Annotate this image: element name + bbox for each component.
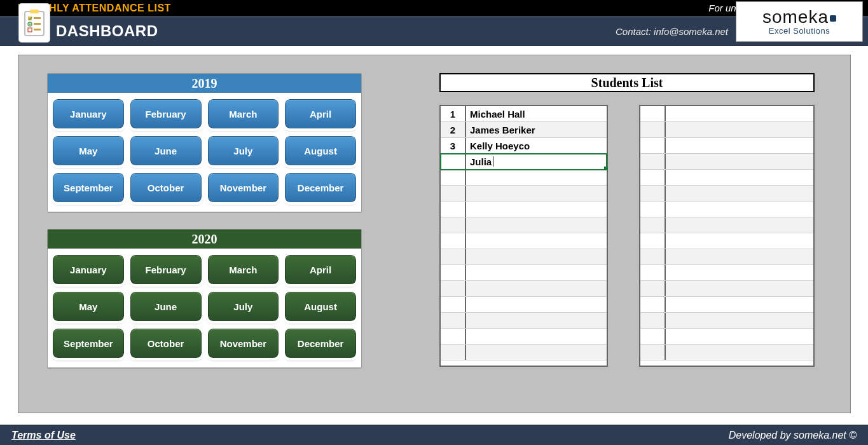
table-row[interactable]: Julia	[441, 154, 607, 170]
logo-subtitle: Excel Solutions	[769, 26, 830, 36]
student-name-cell[interactable]	[666, 122, 813, 137]
month-button-2020-august[interactable]: August	[285, 292, 356, 321]
table-row[interactable]	[640, 297, 813, 313]
brand-logo[interactable]: someka Excel Solutions	[736, 1, 863, 42]
table-row[interactable]	[640, 186, 813, 202]
student-name-cell[interactable]	[466, 217, 607, 233]
student-name-cell[interactable]	[466, 265, 607, 280]
table-row[interactable]	[640, 106, 813, 122]
month-button-2020-december[interactable]: December	[285, 329, 356, 358]
month-button-2020-april[interactable]: April	[285, 255, 356, 284]
table-row[interactable]	[441, 297, 607, 313]
month-button-2019-september[interactable]: September	[53, 173, 124, 202]
student-name-cell[interactable]	[466, 345, 607, 360]
student-name-cell[interactable]	[666, 313, 813, 328]
student-name-cell[interactable]	[466, 297, 607, 312]
svg-rect-1	[30, 10, 39, 13]
table-row[interactable]	[640, 154, 813, 170]
month-button-2019-june[interactable]: June	[130, 136, 202, 165]
student-name-cell[interactable]	[466, 313, 607, 328]
row-number	[441, 249, 466, 264]
student-name-cell[interactable]: James Beriker	[466, 122, 607, 137]
month-button-2019-october[interactable]: October	[130, 173, 202, 202]
month-button-2019-may[interactable]: May	[53, 136, 124, 165]
month-button-2020-october[interactable]: October	[130, 329, 202, 358]
student-name-cell[interactable]	[466, 329, 607, 344]
student-name-cell[interactable]	[666, 345, 813, 360]
student-name-cell[interactable]	[666, 186, 813, 201]
month-button-2020-january[interactable]: January	[53, 255, 124, 284]
row-number	[441, 186, 466, 201]
table-row[interactable]	[441, 233, 607, 249]
table-row[interactable]	[441, 186, 607, 202]
table-row[interactable]	[640, 281, 813, 297]
month-button-2020-july[interactable]: July	[208, 292, 279, 321]
table-row[interactable]	[640, 233, 813, 249]
student-name-cell[interactable]	[466, 281, 607, 296]
student-name-cell[interactable]	[466, 202, 607, 217]
student-name-cell[interactable]: Michael Hall	[466, 106, 607, 121]
student-name-cell[interactable]	[666, 249, 813, 264]
table-row[interactable]	[640, 122, 813, 138]
student-name-cell[interactable]	[666, 281, 813, 296]
table-row[interactable]	[640, 138, 813, 154]
student-name-cell[interactable]	[466, 233, 607, 249]
month-button-2019-december[interactable]: December	[285, 173, 356, 202]
table-row[interactable]	[441, 217, 607, 233]
student-name-cell[interactable]: Julia	[466, 154, 607, 169]
student-name-cell[interactable]	[666, 106, 813, 121]
month-button-2019-march[interactable]: March	[208, 99, 279, 128]
student-name-cell[interactable]	[666, 265, 813, 280]
month-button-2019-april[interactable]: April	[285, 99, 356, 128]
month-button-2020-september[interactable]: September	[53, 329, 124, 358]
month-button-2020-november[interactable]: November	[208, 329, 279, 358]
year-header-2019: 2019	[48, 74, 361, 93]
month-button-2020-march[interactable]: March	[208, 255, 279, 284]
row-number: 3	[441, 138, 466, 153]
students-list-title: Students List	[439, 73, 815, 92]
student-name-cell[interactable]	[666, 329, 813, 344]
month-button-2019-july[interactable]: July	[208, 136, 279, 165]
month-button-2019-january[interactable]: January	[53, 99, 124, 128]
table-row[interactable]: 2James Beriker	[441, 122, 607, 138]
row-number	[441, 345, 466, 360]
table-row[interactable]	[441, 170, 607, 186]
table-row[interactable]	[441, 313, 607, 329]
month-button-2020-may[interactable]: May	[53, 292, 124, 321]
month-button-2020-june[interactable]: June	[130, 292, 202, 321]
student-name-cell[interactable]	[466, 186, 607, 201]
table-row[interactable]	[441, 345, 607, 360]
footer-credit: Developed by someka.net ©	[729, 430, 857, 441]
table-row[interactable]	[640, 345, 813, 360]
table-row[interactable]	[441, 329, 607, 345]
table-row[interactable]	[640, 265, 813, 281]
table-row[interactable]	[640, 202, 813, 217]
month-button-2020-february[interactable]: February	[130, 255, 202, 284]
table-row[interactable]	[640, 170, 813, 186]
student-name-cell[interactable]	[466, 249, 607, 264]
contact-email[interactable]: info@someka.net	[654, 26, 728, 37]
table-row[interactable]: 1Michael Hall	[441, 106, 607, 122]
month-button-2019-november[interactable]: November	[208, 173, 279, 202]
table-row[interactable]	[640, 313, 813, 329]
table-row[interactable]	[441, 202, 607, 217]
student-name-cell[interactable]	[466, 170, 607, 185]
table-row[interactable]	[640, 329, 813, 345]
student-name-cell[interactable]: Kelly Hoeyco	[466, 138, 607, 153]
student-name-cell[interactable]	[666, 297, 813, 312]
student-name-cell[interactable]	[666, 170, 813, 185]
student-name-cell[interactable]	[666, 138, 813, 153]
terms-of-use-link[interactable]: Terms of Use	[11, 430, 76, 441]
student-name-cell[interactable]	[666, 217, 813, 233]
table-row[interactable]	[441, 265, 607, 281]
month-button-2019-february[interactable]: February	[130, 99, 202, 128]
student-name-cell[interactable]	[666, 233, 813, 249]
table-row[interactable]	[640, 249, 813, 265]
student-name-cell[interactable]	[666, 154, 813, 169]
table-row[interactable]	[640, 217, 813, 233]
table-row[interactable]	[441, 249, 607, 265]
table-row[interactable]	[441, 281, 607, 297]
student-name-cell[interactable]	[666, 202, 813, 217]
month-button-2019-august[interactable]: August	[285, 136, 356, 165]
table-row[interactable]: 3Kelly Hoeyco	[441, 138, 607, 154]
